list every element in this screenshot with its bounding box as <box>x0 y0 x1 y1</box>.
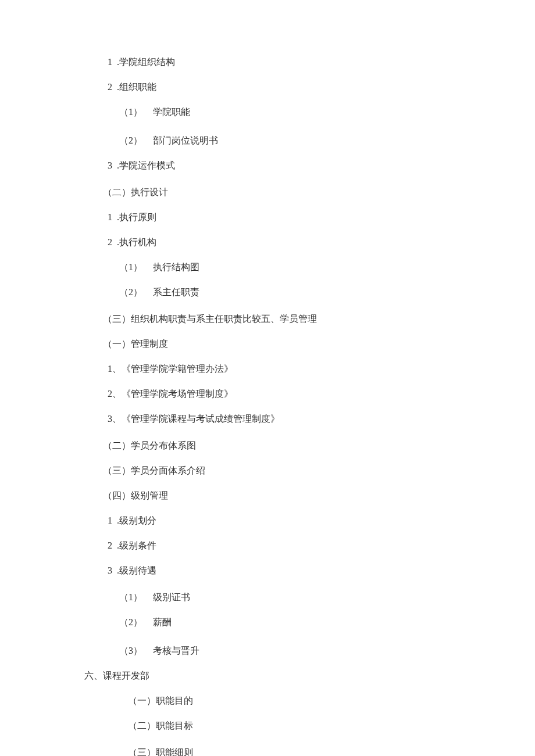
item-text: .执行原则 <box>117 212 156 222</box>
section-text: （三）组织机构职责与系主任职责比较五、学员管理 <box>103 314 317 324</box>
item-text: .执行机构 <box>117 237 156 247</box>
item-text: 执行结构图 <box>153 262 199 272</box>
section-text: （一）管理制度 <box>103 339 168 349</box>
outline-item: 1、《管理学院学籍管理办法》 <box>108 362 454 376</box>
outline-item: 2.组织职能 <box>108 80 454 94</box>
item-text: .学院运作模式 <box>117 160 175 170</box>
item-number: 2 <box>108 539 112 553</box>
item-text: 2、《管理学院考场管理制度》 <box>108 389 233 399</box>
item-number: 2 <box>108 80 112 94</box>
section-text: （二）执行设计 <box>103 187 168 197</box>
item-number: （2） <box>119 135 142 145</box>
outline-sub-item: （2）系主任职责 <box>119 285 454 299</box>
outline-item: 3.学院运作模式 <box>108 159 454 173</box>
outline-sub-item: （1）学院职能 <box>119 105 454 119</box>
outline-section: （一）管理制度 <box>103 337 454 351</box>
outline-item: 2.执行机构 <box>108 235 454 249</box>
item-text: 薪酬 <box>153 617 172 627</box>
item-number: 1 <box>108 514 112 528</box>
item-number: 3 <box>108 159 112 173</box>
item-text: 级别证书 <box>153 592 190 602</box>
item-text: .级别划分 <box>117 515 156 525</box>
outline-item: 3、《管理学院课程与考试成绩管理制度》 <box>108 412 454 426</box>
outline-item: 2、《管理学院考场管理制度》 <box>108 387 454 401</box>
outline-sub-item: （2）薪酬 <box>119 615 454 629</box>
outline-item: 1.学院组织结构 <box>108 55 454 69</box>
item-number: （3） <box>119 646 142 655</box>
item-text: 3、《管理学院课程与考试成绩管理制度》 <box>108 414 280 424</box>
item-number: （2） <box>119 287 142 297</box>
section-text: （三）职能细则 <box>128 747 193 756</box>
outline-section: （二）执行设计 <box>103 185 454 199</box>
item-text: 部门岗位说明书 <box>153 135 218 145</box>
section-text: （二）职能目标 <box>128 721 193 730</box>
item-text: 系主任职责 <box>153 287 199 297</box>
outline-section: （三）学员分面体系介绍 <box>103 464 454 478</box>
item-number: （1） <box>119 262 142 272</box>
item-number: （1） <box>119 107 142 117</box>
outline-sub-item: （3）考核与晋升 <box>119 644 454 658</box>
heading-text: 六、课程开发部 <box>84 671 149 680</box>
item-text: 学院职能 <box>153 107 190 117</box>
outline-section: （三）组织机构职责与系主任职责比较五、学员管理 <box>103 312 454 326</box>
item-text: .组织职能 <box>117 82 156 92</box>
item-text: .学院组织结构 <box>117 57 175 67</box>
item-text: .级别条件 <box>117 540 156 550</box>
section-text: （四）级别管理 <box>103 490 168 500</box>
item-number: 3 <box>108 564 112 578</box>
item-number: 1 <box>108 210 112 224</box>
outline-item: 3.级别待遇 <box>108 564 454 578</box>
outline-item: 2.级别条件 <box>108 539 454 553</box>
outline-section: （一）职能目的 <box>128 694 454 708</box>
outline-section: （二）学员分布体系图 <box>103 439 454 453</box>
outline-item: 1.级别划分 <box>108 514 454 528</box>
outline-heading: 六、课程开发部 <box>84 669 454 683</box>
document-page: 1.学院组织结构 2.组织职能 （1）学院职能 （2）部门岗位说明书 3.学院运… <box>0 0 535 756</box>
outline-sub-item: （1）级别证书 <box>119 590 454 604</box>
item-number: 1 <box>108 55 112 69</box>
section-text: （二）学员分布体系图 <box>103 440 196 450</box>
section-text: （三）学员分面体系介绍 <box>103 465 205 475</box>
outline-section: （二）职能目标 <box>128 719 454 733</box>
item-number: （1） <box>119 592 142 602</box>
item-text: 1、《管理学院学籍管理办法》 <box>108 364 233 374</box>
outline-section: （三）职能细则 <box>128 746 454 756</box>
outline-item: 1.执行原则 <box>108 210 454 224</box>
outline-section: （四）级别管理 <box>103 489 454 503</box>
item-text: .级别待遇 <box>117 565 156 575</box>
item-text: 考核与晋升 <box>153 646 199 655</box>
item-number: 2 <box>108 235 112 249</box>
outline-sub-item: （2）部门岗位说明书 <box>119 134 454 148</box>
section-text: （一）职能目的 <box>128 696 193 705</box>
item-number: （2） <box>119 617 142 627</box>
outline-sub-item: （1）执行结构图 <box>119 260 454 274</box>
